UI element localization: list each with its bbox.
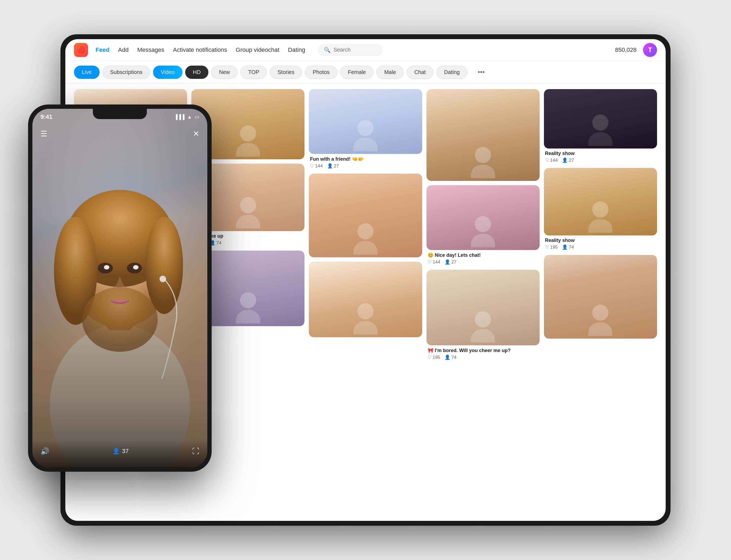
card-c5-1-likes: ♡ 144 bbox=[545, 157, 558, 163]
card-c3-1-stats: ♡ 144 👤 27 bbox=[310, 163, 421, 169]
user-count: 850,028 bbox=[615, 46, 636, 53]
tab-new[interactable]: New bbox=[211, 66, 238, 79]
tab-chat[interactable]: Chat bbox=[406, 66, 433, 79]
tab-live[interactable]: Live bbox=[74, 66, 100, 79]
search-icon: 🔍 bbox=[324, 47, 331, 53]
grid-col-3: Fun with a friend! 🤜🤛 ♡ 144 👤 27 bbox=[309, 89, 422, 515]
card-c3-1-likes: ♡ 144 bbox=[310, 163, 323, 169]
phone-status-icons: ▐▐▐ ▲ ▭ bbox=[174, 114, 199, 120]
card-c5-2-stats: ♡ 195 👤 74 bbox=[545, 244, 656, 250]
card-c5-3[interactable] bbox=[544, 255, 657, 339]
card-c4-3-title: 🎀 I'm bored. Will you cheer me up? bbox=[427, 348, 538, 353]
phone-viewers-count: 👤 37 bbox=[113, 448, 129, 455]
signal-icon: ▐▐▐ bbox=[174, 114, 184, 120]
app-logo[interactable]: 🔴 bbox=[74, 43, 88, 57]
nav-messages[interactable]: Messages bbox=[137, 46, 164, 53]
phone-overlay bbox=[32, 109, 207, 467]
tab-top[interactable]: TOP bbox=[240, 66, 267, 79]
phone-time: 9:41 bbox=[41, 113, 52, 120]
phone-notch bbox=[93, 109, 147, 119]
card-c5-2-likes: ♡ 195 bbox=[545, 244, 558, 250]
nav-group-video[interactable]: Group videochat bbox=[236, 46, 279, 53]
card-c4-3-stats: ♡ 195 👤 74 bbox=[427, 355, 538, 360]
card-c5-1-stats: ♡ 144 👤 27 bbox=[545, 157, 656, 163]
card-c4-1[interactable] bbox=[426, 89, 540, 181]
user-avatar[interactable]: T bbox=[643, 43, 657, 57]
card-c4-3-likes: ♡ 195 bbox=[427, 355, 440, 360]
card-c4-3[interactable]: 🎀 I'm bored. Will you cheer me up? ♡ 195… bbox=[426, 270, 540, 361]
search-box[interactable]: 🔍 bbox=[318, 44, 383, 56]
card-c5-1-viewers: 👤 27 bbox=[562, 157, 574, 163]
card-c5-2-title: Reality show bbox=[545, 238, 656, 243]
card-c3-1-title: Fun with a friend! 🤜🤛 bbox=[310, 156, 421, 162]
phone-screen: 9:41 ▐▐▐ ▲ ▭ ☰ ✕ 🔊 👤 37 ⛶ bbox=[32, 109, 207, 467]
nav-right: 850,028 T bbox=[615, 43, 657, 57]
card-c4-2-title: 😊 Nice day! Lets chat! bbox=[427, 252, 538, 258]
phone-device: 9:41 ▐▐▐ ▲ ▭ ☰ ✕ 🔊 👤 37 ⛶ bbox=[28, 104, 212, 472]
card-c3-1[interactable]: Fun with a friend! 🤜🤛 ♡ 144 👤 27 bbox=[309, 89, 422, 169]
viewers-number: 37 bbox=[122, 448, 129, 455]
card-c3-1-viewers: 👤 27 bbox=[327, 163, 339, 169]
logo-icon: 🔴 bbox=[77, 46, 85, 54]
card-c4-2-viewers: 👤 27 bbox=[444, 259, 456, 265]
card-c5-2[interactable]: Reality show ♡ 195 👤 74 bbox=[544, 168, 657, 251]
card-c4-3-viewers: 👤 74 bbox=[444, 355, 456, 360]
navbar: 🔴 Feed Add Messages Activate notificatio… bbox=[65, 39, 666, 61]
card-c4-2-likes: ♡ 144 bbox=[427, 259, 440, 265]
card-c5-2-viewers: 👤 74 bbox=[562, 244, 574, 250]
tab-more[interactable]: ••• bbox=[470, 65, 492, 79]
tab-male[interactable]: Male bbox=[376, 66, 403, 79]
filter-tabs: Live Subscriptions Video HD New TOP Stor… bbox=[65, 61, 666, 84]
close-icon[interactable]: ✕ bbox=[193, 129, 199, 138]
nav-feed[interactable]: Feed bbox=[96, 46, 109, 53]
grid-col-4: 😊 Nice day! Lets chat! ♡ 144 👤 27 bbox=[426, 89, 540, 515]
nav-dating[interactable]: Dating bbox=[288, 46, 305, 53]
tab-hd[interactable]: HD bbox=[185, 66, 209, 79]
card-c5-1[interactable]: Reality show ♡ 144 👤 27 bbox=[544, 89, 657, 164]
hamburger-icon[interactable]: ☰ bbox=[41, 129, 47, 138]
battery-icon: ▭ bbox=[195, 114, 199, 120]
card-c3-3[interactable] bbox=[309, 262, 422, 337]
tab-subscriptions[interactable]: Subscriptions bbox=[102, 66, 150, 79]
card-c4-2-stats: ♡ 144 👤 27 bbox=[427, 259, 538, 265]
volume-icon[interactable]: 🔊 bbox=[41, 447, 49, 456]
card-c3-2[interactable] bbox=[309, 174, 422, 257]
grid-col-5: Reality show ♡ 144 👤 27 bbox=[544, 89, 657, 515]
scene: 🔴 Feed Add Messages Activate notificatio… bbox=[28, 23, 703, 537]
card-c4-2[interactable]: 😊 Nice day! Lets chat! ♡ 144 👤 27 bbox=[426, 185, 540, 265]
nav-add[interactable]: Add bbox=[118, 46, 129, 53]
card-c5-1-title: Reality show bbox=[545, 151, 656, 156]
phone-top-controls: ☰ ✕ bbox=[32, 125, 207, 143]
tab-video[interactable]: Video bbox=[153, 66, 183, 79]
tab-stories[interactable]: Stories bbox=[270, 66, 302, 79]
tab-female[interactable]: Female bbox=[340, 66, 374, 79]
search-input[interactable] bbox=[334, 47, 376, 53]
nav-links: Feed Add Messages Activate notifications… bbox=[96, 46, 305, 53]
expand-icon[interactable]: ⛶ bbox=[192, 447, 199, 456]
viewers-icon: 👤 bbox=[113, 448, 120, 455]
wifi-icon: ▲ bbox=[187, 114, 192, 120]
nav-notifications[interactable]: Activate notifications bbox=[173, 46, 227, 53]
phone-bottom-bar: 🔊 👤 37 ⛶ bbox=[32, 440, 207, 467]
tab-dating[interactable]: Dating bbox=[436, 66, 467, 79]
tab-photos[interactable]: Photos bbox=[305, 66, 337, 79]
